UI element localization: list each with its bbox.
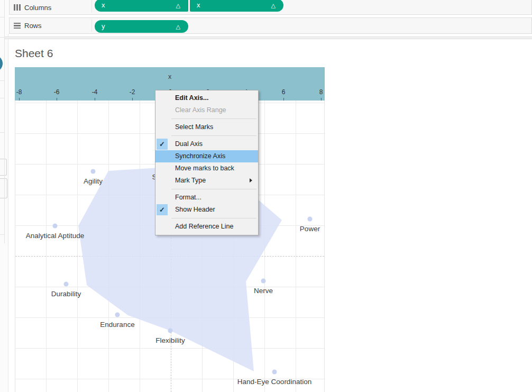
pill-label: x xyxy=(197,0,200,12)
columns-shelf-label: Columns xyxy=(24,4,51,12)
checkmark-icon: ✓ xyxy=(157,204,168,215)
field-pill-y[interactable]: y△ xyxy=(95,20,188,33)
delta-icon: △ xyxy=(176,20,180,33)
separator-line xyxy=(171,135,256,136)
axis-tick-label: -4 xyxy=(92,88,98,96)
axis-tick-label: -8 xyxy=(16,88,22,96)
columns-pills: x△x△ xyxy=(95,0,283,12)
field-pill-x[interactable]: x△ xyxy=(190,0,283,12)
rail-separator xyxy=(0,234,5,235)
menu-item-dual-axis[interactable]: Dual Axis✓ xyxy=(155,138,258,150)
menu-item-add-reference-line[interactable]: Add Reference Line xyxy=(155,221,258,233)
pill-label: x xyxy=(102,0,105,12)
shelf-divider xyxy=(91,0,92,13)
menu-separator xyxy=(155,216,258,221)
menu-item-clear-axis-range: Clear Axis Range xyxy=(155,104,258,116)
rows-shelf[interactable]: Rows y△ xyxy=(9,17,532,34)
axis-tick-label: 6 xyxy=(282,88,286,96)
shelf-divider xyxy=(91,20,92,32)
menu-item-format-[interactable]: Format... xyxy=(155,192,258,204)
menu-item-move-marks-to-back[interactable]: Move marks to back xyxy=(155,162,258,175)
x-axis-title: x xyxy=(15,73,325,80)
rail-separator xyxy=(0,80,5,81)
axis-context-menu: Edit Axis...Clear Axis RangeSelect Marks… xyxy=(155,90,259,235)
columns-icon xyxy=(14,4,21,11)
rail-separator xyxy=(0,17,5,17)
rows-shelf-label: Rows xyxy=(24,22,42,30)
columns-shelf[interactable]: Columns x△x△ xyxy=(9,0,532,15)
rail-separator xyxy=(0,98,5,98)
rail-card-fragment xyxy=(0,178,7,198)
menu-item-mark-type[interactable]: Mark Type xyxy=(155,175,258,187)
circle-mark-Flexibility[interactable] xyxy=(168,329,173,333)
rows-pills: y△ xyxy=(95,20,188,33)
rail-card-fragment xyxy=(0,159,7,176)
menu-item-select-marks[interactable]: Select Marks xyxy=(155,121,258,133)
menu-item-show-header[interactable]: Show Header✓ xyxy=(155,204,258,216)
circle-mark-Power[interactable] xyxy=(308,217,313,222)
delta-icon: △ xyxy=(271,0,276,12)
axis-tick-label: -2 xyxy=(130,88,135,96)
sheet-title: Sheet 6 xyxy=(15,47,53,60)
rail-separator xyxy=(0,132,5,133)
axis-tick-label: -6 xyxy=(54,88,60,96)
separator-line xyxy=(171,118,256,119)
pill-label: y xyxy=(102,20,105,33)
menu-item-edit-axis-[interactable]: Edit Axis... xyxy=(155,92,258,104)
checkmark-icon: ✓ xyxy=(157,139,168,150)
tableau-worksheet-window: Columns x△x△ Rows y△ Sheet 6 x -8-6-4-20… xyxy=(0,0,532,392)
submenu-arrow-icon xyxy=(250,178,252,183)
circle-mark-Endurance[interactable] xyxy=(115,313,120,317)
circle-mark-Analytical Aptitude[interactable] xyxy=(53,224,58,229)
delta-icon: △ xyxy=(176,0,180,12)
circle-mark-Durability[interactable] xyxy=(64,282,69,287)
circle-mark-Hand-Eye Coordination[interactable] xyxy=(272,370,277,375)
rail-circle-icon xyxy=(0,55,3,72)
menu-item-synchronize-axis[interactable]: Synchronize Axis xyxy=(155,150,258,162)
circle-mark-Agility[interactable] xyxy=(91,169,96,174)
toolbar-separator xyxy=(5,37,532,39)
rows-icon xyxy=(14,23,21,29)
axis-tick-label: 8 xyxy=(319,88,323,96)
menu-separator xyxy=(155,187,258,192)
circle-mark-Nerve[interactable] xyxy=(261,279,266,284)
pane-border xyxy=(8,34,8,392)
menu-separator xyxy=(155,133,258,138)
separator-line xyxy=(171,218,256,218)
rail-separator xyxy=(0,37,5,38)
separator-line xyxy=(171,189,256,189)
field-pill-x[interactable]: x△ xyxy=(95,0,188,12)
menu-separator xyxy=(155,116,258,121)
